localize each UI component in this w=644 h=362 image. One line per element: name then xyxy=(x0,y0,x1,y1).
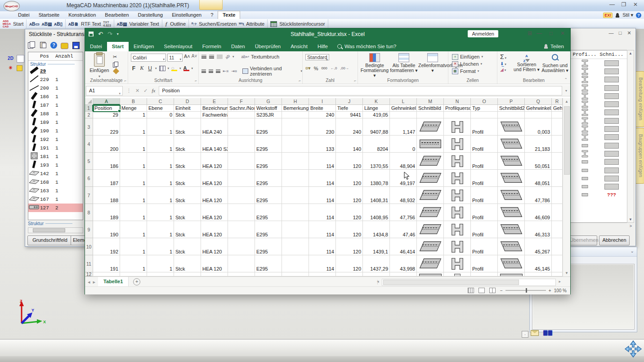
profilquerschnitt-image-8[interactable] xyxy=(444,204,471,221)
cell-D11[interactable]: Stck xyxy=(174,255,201,272)
cell-H10[interactable] xyxy=(282,238,309,255)
lock-layer-icon[interactable] xyxy=(17,65,22,71)
cell-L4[interactable]: 0 xyxy=(390,136,417,153)
ribbon-tab-datei[interactable]: Datei xyxy=(85,42,107,51)
cell-F6[interactable] xyxy=(228,170,255,187)
cell-R4[interactable] xyxy=(552,136,563,153)
teilen-button[interactable]: Teilen xyxy=(537,42,570,51)
cell-G2[interactable]: S235JR xyxy=(255,112,282,118)
menu-item-darstellung[interactable]: Darstellung xyxy=(134,11,168,19)
fill-down-icon[interactable]: ⬇̲ ▾ xyxy=(500,61,506,66)
row-header-4[interactable]: 4 xyxy=(85,136,93,153)
cell-H5[interactable] xyxy=(282,153,309,170)
cell-H6[interactable] xyxy=(282,170,309,187)
cell-K10[interactable]: 1439,1 xyxy=(363,238,390,255)
row-header-12[interactable]: 12 xyxy=(85,272,93,276)
copy-icon-excel[interactable] xyxy=(113,62,118,67)
statusbar-dot-button[interactable]: . xyxy=(522,331,528,338)
cell-K12[interactable] xyxy=(363,272,390,276)
increase-indent-icon[interactable]: ⇥≡ xyxy=(231,69,237,73)
cell-Q9[interactable]: 46,313 xyxy=(525,221,552,238)
cell-O12[interactable] xyxy=(471,272,498,276)
cell-Q10[interactable]: 45,267 xyxy=(525,238,552,255)
2d-mode-icon[interactable]: 2D xyxy=(7,55,14,62)
cell-B12[interactable] xyxy=(120,272,147,276)
cell-P2[interactable] xyxy=(498,112,525,118)
autosum-icon[interactable]: Σ ▾ xyxy=(500,53,506,60)
cell-E2[interactable]: Fachwerkträger 2 xyxy=(201,112,228,118)
column-header-C[interactable]: C xyxy=(147,98,174,105)
font-name-combo[interactable]: Calibri▾ xyxy=(131,54,166,62)
grid-vscroll-thumb[interactable] xyxy=(564,106,570,175)
cell-C10[interactable]: 1 xyxy=(147,238,174,255)
cell-H7[interactable] xyxy=(282,187,309,204)
cell-Q3[interactable]: 0,003 xyxy=(525,118,552,136)
scroll-up-icon[interactable]: ▲ xyxy=(627,50,634,55)
zoom-out-icon[interactable]: − xyxy=(500,288,503,293)
cell-H12[interactable] xyxy=(282,272,309,276)
underline-dropdown-icon[interactable]: ▾ xyxy=(155,67,157,70)
cell-O2[interactable] xyxy=(471,112,498,118)
cell-R6[interactable] xyxy=(552,170,563,187)
cell-E11[interactable]: HEA 120 xyxy=(201,255,228,272)
borders-icon[interactable] xyxy=(159,66,165,71)
cell-D1[interactable]: Einheit xyxy=(174,105,201,112)
cell-C2[interactable]: 0 xyxy=(147,112,174,118)
close-icon[interactable]: ✕ xyxy=(630,1,641,8)
cell-O8[interactable]: Profil xyxy=(471,204,498,221)
profilquerschnitt-image-7[interactable] xyxy=(444,187,471,204)
column-header-H[interactable]: H xyxy=(282,98,309,105)
cell-Q6[interactable]: 48,051 xyxy=(525,170,552,187)
zellen-loeschen-button[interactable]: ✕Löschen ▾ xyxy=(452,60,483,68)
cell-D6[interactable]: Stck xyxy=(174,170,201,187)
cell-L5[interactable]: 48,904 xyxy=(390,153,417,170)
cell-L6[interactable]: 49,197 xyxy=(390,170,417,187)
cell-I10[interactable]: 114 xyxy=(309,238,336,255)
column-header-Q[interactable]: Q xyxy=(525,98,552,105)
cell-F7[interactable] xyxy=(228,187,255,204)
cell-O11[interactable]: Profil xyxy=(471,255,498,272)
cell-Q2[interactable] xyxy=(525,112,552,118)
schnittbild-image-4[interactable] xyxy=(417,136,444,153)
cell-R9[interactable] xyxy=(552,221,563,238)
cell-R11[interactable] xyxy=(552,255,563,272)
cell-D8[interactable]: Stck xyxy=(174,204,201,221)
thousands-separator-icon[interactable]: 000 xyxy=(321,66,327,70)
cell-I6[interactable]: 114 xyxy=(309,170,336,187)
cell-B7[interactable]: 1 xyxy=(120,187,147,204)
ribbon-tab-ansicht[interactable]: Ansicht xyxy=(286,42,313,51)
profile-row[interactable] xyxy=(571,182,628,190)
struktur-bottom-tab[interactable]: Struktur xyxy=(26,220,72,226)
zoom-slider[interactable] xyxy=(505,290,546,291)
cell-C5[interactable]: 1 xyxy=(147,153,174,170)
accounting-format-icon[interactable]: ¤▾ xyxy=(305,65,311,71)
cell-A10[interactable]: 192 xyxy=(93,238,120,255)
grid-scroll-up-icon[interactable]: ▲ xyxy=(563,98,570,104)
ribbon-tab-seitenlayout[interactable]: Seitenlayout xyxy=(159,42,197,51)
cell-J12[interactable] xyxy=(336,272,363,276)
cell-E12[interactable] xyxy=(201,272,228,276)
cell-L9[interactable]: 47,46 xyxy=(390,221,417,238)
profile-row[interactable] xyxy=(571,109,628,117)
profile-row[interactable] xyxy=(571,117,628,125)
cell-B3[interactable]: 1 xyxy=(120,118,147,136)
sdb-export-icon[interactable] xyxy=(61,41,68,49)
cell-G8[interactable]: E295 xyxy=(255,204,282,221)
cell-R5[interactable] xyxy=(552,153,563,170)
menu-item-bearbeiten[interactable]: Bearbeiten xyxy=(100,11,133,19)
schnittbild2-image-11[interactable] xyxy=(498,255,525,272)
cell-F10[interactable] xyxy=(228,238,255,255)
column-header-A[interactable]: A xyxy=(93,98,120,105)
cell-H8[interactable] xyxy=(282,204,309,221)
orientation-dropdown-icon[interactable]: ▾ xyxy=(233,55,234,59)
schnittbild2-image-7[interactable] xyxy=(498,187,525,204)
cell-O6[interactable]: Profil xyxy=(471,170,498,187)
structure-hscrollbar[interactable] xyxy=(28,227,83,233)
cell-K1[interactable]: Länge xyxy=(363,105,390,112)
schnittbild2-image-10[interactable] xyxy=(498,238,525,255)
zellen-einfuegen-button[interactable]: ＋Einfügen ▾ xyxy=(452,53,483,60)
cell-J5[interactable]: 120 xyxy=(336,153,363,170)
cell-I4[interactable]: 133 xyxy=(309,136,336,153)
cell-I3[interactable]: 230 xyxy=(309,118,336,136)
cell-E9[interactable]: HEA 120 xyxy=(201,221,228,238)
